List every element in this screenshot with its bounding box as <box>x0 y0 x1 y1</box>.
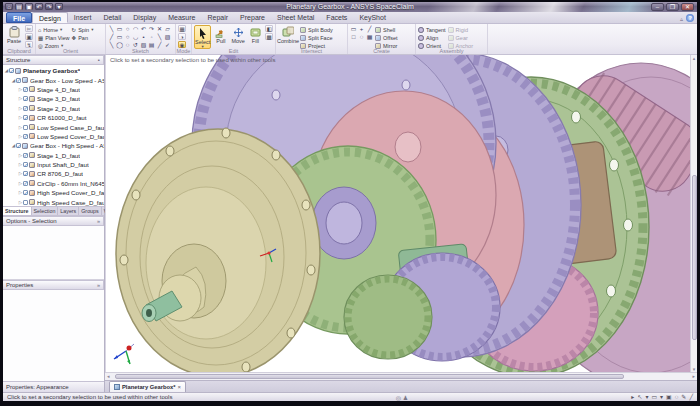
visibility-checkbox[interactable] <box>23 153 28 158</box>
select-button[interactable]: Select ▾ <box>194 25 211 49</box>
ribbon-tab-detail[interactable]: Detail <box>97 12 127 23</box>
scroll-up-icon[interactable]: ▴ <box>691 55 697 61</box>
sketch-tool-icon-7[interactable]: ▱ <box>164 26 171 33</box>
pan-button[interactable]: ✥Pan <box>72 34 94 41</box>
sketch-tool-icon-12[interactable]: • <box>140 34 147 41</box>
restore-button[interactable]: ❐ <box>666 3 679 11</box>
tree-item[interactable]: ▷High Speed Cover_D_faut <box>3 188 104 197</box>
tree-item[interactable]: ▷CirClip - 60mm Int_N6456A146 <box>3 179 104 188</box>
close-document-icon[interactable]: × <box>178 384 182 390</box>
visibility-checkbox[interactable] <box>23 200 28 205</box>
format-painter-icon[interactable]: ↯ <box>25 41 33 48</box>
planet-gear-small-green[interactable] <box>344 275 432 359</box>
pin-icon[interactable]: ▪ <box>98 57 100 63</box>
structure-panel-header[interactable]: Structure ▪ <box>3 55 104 65</box>
ribbon-tab-facets[interactable]: Facets <box>320 12 353 23</box>
close-button[interactable]: ✕ <box>681 3 694 11</box>
sketch-tool-icon-6[interactable]: ✕ <box>156 26 163 33</box>
3d-viewport[interactable]: Click to set a secondary selection to be… <box>105 55 697 372</box>
panel-tab-groups[interactable]: Groups <box>79 207 101 215</box>
align-button[interactable]: Align <box>418 34 446 41</box>
visibility-checkbox[interactable] <box>23 106 28 111</box>
ribbon-tab-display[interactable]: Display <box>127 12 162 23</box>
visibility-checkbox[interactable] <box>23 190 28 195</box>
visibility-checkbox[interactable] <box>23 134 28 139</box>
replace-option-icon[interactable]: ▩ <box>265 33 273 40</box>
sketch-tool-icon-11[interactable]: ◡ <box>132 34 139 41</box>
minimize-ribbon-icon[interactable]: ▵ <box>680 15 683 22</box>
scroll-left-icon[interactable]: ◂ <box>107 373 110 379</box>
selection-tool-icon-6[interactable]: ◌ <box>675 393 679 401</box>
panel-tab-structure[interactable]: Structure <box>3 207 32 215</box>
gear-button[interactable]: Gear <box>448 34 473 41</box>
status-mid-icon-1[interactable]: ♟ <box>403 395 408 401</box>
tree-item[interactable]: ▷CR 61000_D_faut <box>3 113 104 122</box>
sketch-tool-icon-15[interactable]: ▨ <box>164 34 171 41</box>
plan-view-button[interactable]: ▦Plan View <box>38 34 70 41</box>
3d-mode-icon[interactable]: ◉ <box>178 41 186 48</box>
selection-tool-icon-3[interactable]: ▭ <box>651 393 657 401</box>
visibility-checkbox[interactable] <box>23 171 28 176</box>
gearbox-model[interactable] <box>106 55 690 372</box>
sketch-tool-icon-5[interactable]: ↷ <box>148 26 155 33</box>
horizontal-scrollbar[interactable]: ◂ ▸ <box>105 372 697 380</box>
create-tool-icon-0[interactable]: ▭ <box>350 26 357 33</box>
tangent-button[interactable]: Tangent <box>418 26 446 33</box>
ribbon-tab-keyshot[interactable]: KeyShot <box>353 12 391 23</box>
split-face-button[interactable]: Split Face <box>300 34 333 41</box>
sketch-tool-icon-9[interactable]: ▭ <box>116 34 123 41</box>
properties-panel-header[interactable]: Properties » <box>3 280 104 290</box>
sketch-tool-icon-3[interactable]: ◠ <box>132 26 139 33</box>
tree-item[interactable]: ◢Gear Box - High Speed - ASM_D_fa <box>3 141 104 150</box>
create-tool-icon-5[interactable]: ▦ <box>366 34 373 41</box>
vertical-scroll-thumb[interactable] <box>692 175 697 340</box>
move-button[interactable]: Move <box>231 25 246 44</box>
scroll-right-icon[interactable]: ▸ <box>692 373 695 379</box>
visibility-checkbox[interactable] <box>9 68 14 73</box>
ribbon-tab-design[interactable]: Design <box>32 12 68 23</box>
sketch-tool-icon-4[interactable]: ↶ <box>140 26 147 33</box>
create-tool-icon-3[interactable]: □ <box>350 34 357 41</box>
create-tool-icon-1[interactable]: + <box>358 26 365 33</box>
sketch-tool-icon-14[interactable]: ╲ <box>156 34 163 41</box>
tree-item[interactable]: ▷High Speed Case_D_faut <box>3 197 104 206</box>
paste-button[interactable]: Paste <box>5 25 23 44</box>
combine-button[interactable]: Combine <box>278 25 298 44</box>
sketch-tool-icon-13[interactable]: ◦ <box>148 34 155 41</box>
tree-item[interactable]: ◢Gear Box - Low Speed - ASM_D_fau <box>3 75 104 84</box>
create-tool-icon-2[interactable]: ╱ <box>366 26 373 33</box>
tree-item[interactable]: ▷Low Speed Cover_D_faut <box>3 132 104 141</box>
ribbon-tab-insert[interactable]: Insert <box>68 12 98 23</box>
vertical-scrollbar[interactable]: ▴ ▾ <box>690 55 697 372</box>
tree-item[interactable]: ▷Low Speed Case_D_faut <box>3 122 104 131</box>
sketch-tool-icon-8[interactable]: ╱ <box>108 34 115 41</box>
minimize-button[interactable]: – <box>651 3 664 11</box>
tree-item[interactable]: ▷Stage 4_D_faut <box>3 85 104 94</box>
tree-item[interactable]: ▷Stage 3_D_faut <box>3 94 104 103</box>
selection-tool-icon-1[interactable]: ↖ <box>637 393 642 401</box>
selection-tool-icon-4[interactable]: ▾ <box>660 393 663 401</box>
horizontal-scroll-thumb[interactable] <box>115 374 624 379</box>
selection-tool-icon-2[interactable]: ▾ <box>645 393 648 401</box>
shell-button[interactable]: Shell <box>375 26 398 33</box>
selection-tool-icon-7[interactable]: ✎ <box>681 393 686 401</box>
chevron-icon[interactable]: » <box>97 282 100 288</box>
visibility-checkbox[interactable] <box>23 181 28 186</box>
document-tab[interactable]: Planetary Gearbox* × <box>109 381 186 392</box>
pull-button[interactable]: Pull <box>213 25 228 44</box>
ribbon-tab-measure[interactable]: Measure <box>162 12 201 23</box>
copy-icon[interactable]: ▣ <box>25 33 33 40</box>
section-mode-icon[interactable]: ◑ <box>178 33 186 40</box>
sketch-tool-icon-10[interactable]: ○ <box>124 34 131 41</box>
tree-item[interactable]: ▷Input Shaft_D_faut <box>3 160 104 169</box>
fill-option-icon[interactable]: ◧ <box>265 25 273 32</box>
ribbon-tab-prepare[interactable]: Prepare <box>234 12 271 23</box>
sketch-tool-icon-1[interactable]: ▭ <box>116 26 123 33</box>
ribbon-tab-sheet-metal[interactable]: Sheet Metal <box>271 12 320 23</box>
offset-button[interactable]: Offset <box>375 34 398 41</box>
tree-item[interactable]: ▷Stage 1_D_faut <box>3 151 104 160</box>
help-icon[interactable]: ? <box>686 14 694 22</box>
rigid-button[interactable]: Rigid <box>448 26 473 33</box>
fill-button[interactable]: Fill <box>248 25 263 44</box>
sketch-tool-icon-0[interactable]: ╲ <box>108 26 115 33</box>
